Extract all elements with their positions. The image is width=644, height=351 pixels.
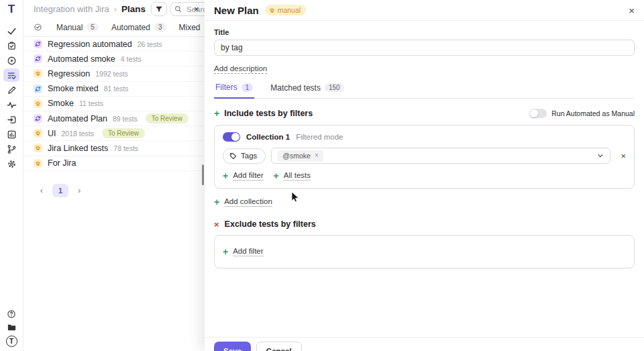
funnel-icon (155, 5, 163, 13)
collection-name: Collection 1 (246, 133, 290, 141)
plan-test-count: 1992 tests (95, 70, 127, 78)
sidebar-item-plans[interactable] (3, 68, 19, 82)
plan-row[interactable]: For Jira (23, 156, 203, 171)
status-badge: To Review (102, 128, 145, 138)
tab-filters[interactable]: Filters 1 (214, 83, 254, 99)
collection-card: Collection 1 Filtered mode Tags @smoke ×… (214, 125, 635, 189)
sidebar-item-check[interactable] (3, 24, 19, 38)
list-scrollbar-thumb[interactable] (202, 164, 204, 185)
left-sidebar: T T (0, 0, 23, 351)
plus-icon: + (274, 171, 279, 181)
app-logo[interactable]: T (8, 3, 15, 15)
title-field-label: Title (214, 28, 635, 36)
tags-select[interactable]: @smoke × (271, 148, 610, 164)
automated-plan-icon (34, 40, 42, 48)
plus-icon: + (223, 247, 228, 256)
plan-title: Jira Linked tests (48, 144, 108, 153)
breadcrumb-separator: › (114, 4, 117, 14)
branch-icon (7, 144, 17, 154)
tab-manual[interactable]: Manual5 (56, 23, 99, 32)
plan-row[interactable]: Automated Plan 89 tests To Review (23, 111, 203, 126)
mouse-cursor (291, 191, 300, 203)
plan-title: Automated Plan (48, 114, 107, 123)
add-description-link[interactable]: Add description (214, 64, 267, 74)
sidebar-item-analytics[interactable] (3, 98, 19, 111)
cancel-button[interactable]: Cancel (256, 342, 302, 351)
matched-count-badge: 150 (325, 83, 344, 92)
sidebar-item-board[interactable] (3, 39, 19, 52)
pagination-next-icon[interactable]: › (74, 185, 84, 195)
sidebar-item-import[interactable] (3, 113, 19, 126)
breadcrumb-project[interactable]: Integration with Jira (34, 4, 109, 14)
add-filter-link[interactable]: + Add filter (223, 171, 264, 181)
chip-remove-icon[interactable]: × (315, 152, 319, 159)
sync-check-icon[interactable] (34, 23, 42, 32)
accessibility-widget[interactable]: T (6, 336, 17, 347)
plan-row[interactable]: Regression automated 26 tests (23, 37, 203, 52)
plus-icon: + (214, 109, 219, 118)
plan-title: Smoke mixed (48, 84, 99, 93)
remove-exclude-section-icon[interactable]: × (214, 220, 219, 229)
plan-row[interactable]: UI 2018 tests To Review (23, 126, 203, 141)
save-button[interactable]: Save (214, 342, 251, 351)
search-clear-icon[interactable]: × (194, 4, 199, 15)
filter-type-button[interactable]: Tags (223, 148, 266, 164)
plan-test-count: 81 tests (104, 85, 129, 93)
manual-plan-icon (34, 69, 42, 78)
tab-automated[interactable]: Automated3 (111, 23, 166, 32)
plan-test-count: 2018 tests (62, 130, 94, 138)
plan-test-count: 89 tests (113, 115, 138, 123)
pagination-prev-icon[interactable]: ‹ (37, 185, 46, 195)
plan-title: For Jira (48, 158, 76, 168)
sidebar-item-branches[interactable] (3, 142, 19, 156)
plan-row[interactable]: Automated smoke 4 tests (23, 52, 203, 66)
add-collection-link[interactable]: + Add collection (214, 197, 272, 207)
tab-matched-tests[interactable]: Matched tests 150 (269, 83, 345, 98)
remove-collection-icon[interactable]: × (621, 152, 626, 160)
help-icon[interactable] (7, 309, 16, 319)
plan-title: Automated smoke (48, 54, 115, 64)
manual-hand-icon (269, 7, 275, 13)
filters-count-badge: 1 (241, 83, 254, 92)
plans-list-icon (7, 70, 17, 81)
sidebar-item-editor[interactable] (3, 83, 19, 97)
plan-test-count: 26 tests (138, 40, 162, 48)
plan-title: Smoke (48, 99, 74, 108)
manual-plan-icon (34, 159, 42, 168)
status-badge: To Review (146, 113, 189, 123)
plans-list: Regression automated 26 tests Automated … (23, 37, 203, 171)
sidebar-item-reports[interactable] (3, 128, 19, 141)
library-icon[interactable] (7, 322, 17, 332)
sidebar-item-settings[interactable] (3, 157, 19, 170)
close-icon[interactable]: × (629, 5, 635, 15)
filter-button[interactable] (151, 2, 167, 16)
panel-tabs: Filters 1 Matched tests 150 (214, 83, 635, 99)
plan-row[interactable]: Regression 1992 tests (23, 66, 203, 81)
activity-icon (7, 100, 17, 110)
clipboard-icon (7, 41, 17, 51)
plan-row[interactable]: Jira Linked tests 78 tests (23, 141, 203, 156)
plan-test-count: 78 tests (113, 144, 138, 152)
all-tests-link[interactable]: + All tests (274, 171, 311, 181)
tag-chip: @smoke × (278, 150, 323, 162)
plan-title: Regression (48, 69, 90, 79)
exclude-add-filter-link[interactable]: + Add filter (223, 247, 626, 256)
new-plan-panel: New Plan manual × Title Add description … (205, 0, 644, 351)
search-icon (174, 5, 182, 13)
pagination-page-1[interactable]: 1 (52, 184, 68, 197)
plan-row[interactable]: Smoke 11 tests (23, 97, 203, 111)
manual-plan-icon (34, 99, 42, 108)
plan-row[interactable]: Smoke mixed 81 tests (23, 82, 203, 97)
plan-title-input[interactable] (214, 40, 635, 56)
plan-type-badge: manual (265, 5, 306, 15)
collection-toggle[interactable] (223, 132, 240, 142)
play-circle-icon (7, 56, 17, 66)
plan-title: Regression automated (48, 40, 132, 49)
run-automated-toggle[interactable] (529, 109, 547, 118)
panel-title: New Plan (214, 5, 259, 16)
manual-plan-icon (34, 129, 42, 138)
chevron-down-icon (597, 152, 604, 159)
plan-title: UI (48, 129, 56, 138)
sidebar-item-runs[interactable] (3, 54, 19, 67)
tab-count: 5 (87, 23, 99, 32)
